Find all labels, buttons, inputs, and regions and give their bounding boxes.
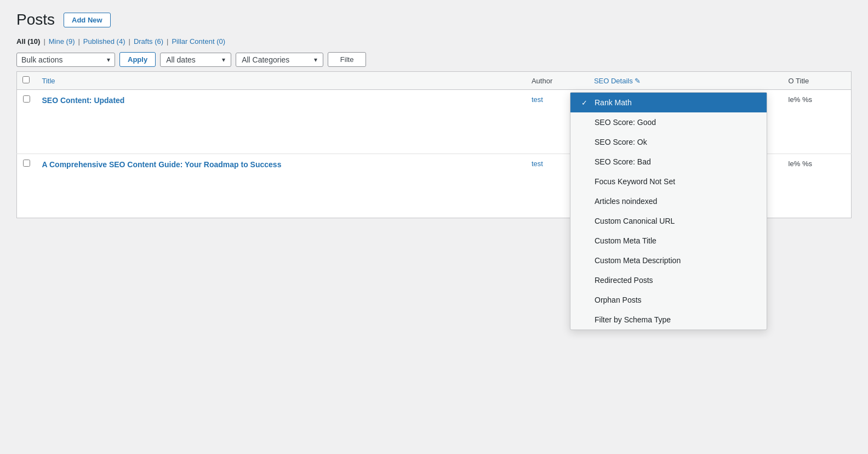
- filter-button[interactable]: Filte: [328, 52, 366, 67]
- row2-author-link[interactable]: test: [532, 160, 543, 168]
- rank-math-dropdown: ✓ Rank Math SEO Score: Good SEO Score: O…: [570, 92, 767, 330]
- dropdown-item-label: SEO Score: Bad: [595, 157, 756, 166]
- page-wrapper: Posts Add New All (10) | Mine (9) | Publ…: [0, 0, 868, 454]
- filter-link-mine[interactable]: Mine (9): [49, 37, 75, 46]
- categories-dropdown[interactable]: All Categories ▾: [236, 53, 323, 67]
- dropdown-item-articles-noindexed[interactable]: Articles noindexed: [570, 191, 767, 211]
- dropdown-item-orphan-posts[interactable]: Orphan Posts: [570, 290, 767, 310]
- filter-drafts-label: Drafts: [134, 37, 153, 46]
- page-title: Posts: [16, 11, 55, 29]
- filter-published-count: (4): [117, 37, 125, 46]
- page-title-row: Posts Add New: [16, 11, 852, 29]
- filter-published-label: Published: [83, 37, 115, 46]
- add-new-button[interactable]: Add New: [64, 13, 111, 27]
- filter-mine-label: Mine: [49, 37, 64, 46]
- categories-arrow-icon: ▾: [314, 56, 317, 64]
- dropdown-item-filter-schema[interactable]: Filter by Schema Type: [570, 310, 767, 330]
- dropdown-item-focus-keyword[interactable]: Focus Keyword Not Set: [570, 172, 767, 191]
- dates-arrow-icon: ▾: [222, 56, 225, 64]
- checkmark-icon: ✓: [581, 99, 590, 107]
- dropdown-item-label: Custom Canonical URL: [595, 217, 756, 225]
- row2-seo-title-value: le% %s: [789, 160, 812, 168]
- dropdown-item-seo-ok[interactable]: SEO Score: Ok: [570, 132, 767, 152]
- filter-mine-count: (9): [66, 37, 75, 46]
- apply-button[interactable]: Apply: [119, 52, 156, 67]
- dropdown-item-seo-good[interactable]: SEO Score: Good: [570, 112, 767, 132]
- row1-title-cell: SEO Content: Updated: [37, 90, 526, 154]
- dropdown-item-label: Articles noindexed: [595, 197, 756, 206]
- row2-checkbox-cell: [17, 154, 37, 218]
- dropdown-item-label: Rank Math: [595, 98, 756, 107]
- sep-2: |: [78, 37, 79, 46]
- categories-label: All Categories: [242, 55, 289, 64]
- dropdown-item-label: Filter by Schema Type: [595, 315, 756, 324]
- bulk-actions-dropdown[interactable]: Bulk actions ▾: [16, 53, 115, 67]
- col-header-checkbox: [17, 72, 37, 90]
- row1-title-link[interactable]: SEO Content: Updated: [42, 96, 125, 105]
- row2-seo-title-cell: le% %s: [783, 154, 852, 218]
- dropdown-item-rank-math[interactable]: ✓ Rank Math: [570, 93, 767, 112]
- dropdown-item-label: Focus Keyword Not Set: [595, 177, 756, 186]
- filter-all-count: (10): [27, 37, 40, 46]
- bulk-actions-label: Bulk actions: [21, 55, 104, 64]
- row2-title-cell: A Comprehensive SEO Content Guide: Your …: [37, 154, 526, 218]
- row1-checkbox-cell: [17, 90, 37, 154]
- dropdown-item-label: Custom Meta Title: [595, 236, 756, 245]
- dropdown-item-custom-meta-title[interactable]: Custom Meta Title: [570, 231, 767, 251]
- dropdown-item-custom-canonical[interactable]: Custom Canonical URL: [570, 211, 767, 231]
- col-header-title[interactable]: Title: [37, 72, 526, 90]
- sep-1: |: [43, 37, 45, 46]
- filter-link-all[interactable]: All (10): [16, 37, 40, 46]
- col-header-seo-details[interactable]: SEO Details ✎: [589, 72, 783, 90]
- seo-details-sort-icon: ✎: [635, 77, 641, 85]
- toolbar: Bulk actions ▾ Apply All dates ▾ All Cat…: [16, 52, 852, 67]
- sep-4: |: [167, 37, 168, 46]
- row2-checkbox[interactable]: [23, 160, 30, 167]
- filter-link-pillar[interactable]: Pillar Content (0): [172, 37, 225, 46]
- dropdown-item-label: Custom Meta Description: [595, 256, 756, 265]
- filter-links: All (10) | Mine (9) | Published (4) | Dr…: [16, 37, 852, 46]
- dropdown-item-label: SEO Score: Ok: [595, 138, 756, 146]
- dropdown-item-seo-bad[interactable]: SEO Score: Bad: [570, 152, 767, 172]
- row1-author-link[interactable]: test: [532, 95, 543, 104]
- seo-title-col-label: O Title: [789, 77, 809, 85]
- col-header-seo-title: O Title: [783, 72, 852, 90]
- dropdown-item-label: Redirected Posts: [595, 276, 756, 285]
- sep-3: |: [128, 37, 130, 46]
- bulk-actions-arrow-icon: ▾: [107, 56, 110, 64]
- row1-checkbox[interactable]: [23, 95, 30, 103]
- filter-link-published[interactable]: Published (4): [83, 37, 125, 46]
- table-header-row: Title Author SEO Details ✎ O Title: [17, 72, 852, 90]
- dates-label: All dates: [166, 55, 196, 64]
- filter-all-label: All: [16, 37, 26, 46]
- row2-title-link[interactable]: A Comprehensive SEO Content Guide: Your …: [42, 160, 282, 169]
- dates-dropdown[interactable]: All dates ▾: [160, 53, 231, 67]
- filter-pillar-label: Pillar Content: [172, 37, 214, 46]
- select-all-checkbox[interactable]: [22, 76, 30, 83]
- dropdown-item-label: Orphan Posts: [595, 296, 756, 304]
- filter-drafts-count: (6): [155, 37, 163, 46]
- row1-seo-title-cell: le% %s: [783, 90, 852, 154]
- dropdown-item-redirected-posts[interactable]: Redirected Posts: [570, 270, 767, 290]
- filter-pillar-count: (0): [216, 37, 225, 46]
- dropdown-item-custom-meta-desc[interactable]: Custom Meta Description: [570, 251, 767, 270]
- col-header-author: Author: [526, 72, 589, 90]
- row1-seo-title-value: le% %s: [789, 95, 812, 104]
- filter-link-drafts[interactable]: Drafts (6): [134, 37, 163, 46]
- dropdown-item-label: SEO Score: Good: [595, 118, 756, 127]
